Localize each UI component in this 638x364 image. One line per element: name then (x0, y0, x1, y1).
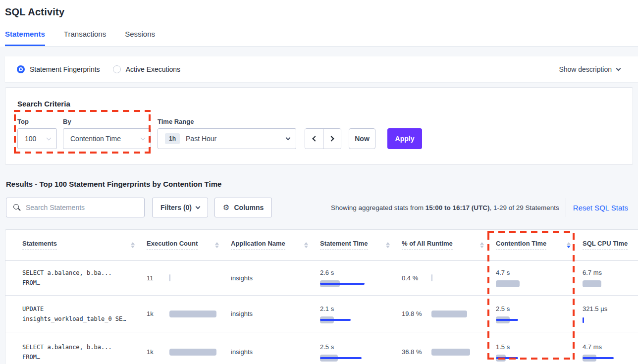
cell-contention-time: 1.5 s (491, 343, 578, 362)
chevron-down-icon (47, 135, 52, 140)
sort-desc-icon[interactable] (567, 242, 571, 248)
column-header-runtime-pct[interactable]: % of All Runtime (397, 240, 491, 250)
reset-sql-stats-link[interactable]: Reset SQL Stats (573, 204, 633, 212)
contention-time-bar (496, 316, 561, 323)
column-header-statement-time[interactable]: Statement Time (315, 240, 397, 250)
column-header-contention-time[interactable]: Contention Time (491, 240, 578, 250)
radio-selected-icon[interactable] (17, 65, 25, 73)
runtime-bar (431, 349, 470, 356)
view-mode-bar: Statement Fingerprints Active Executions… (5, 56, 638, 82)
tab-transactions[interactable]: Transactions (64, 30, 106, 46)
search-criteria-title: Search Criteria (17, 100, 621, 108)
search-input[interactable] (26, 204, 139, 211)
statement-time-bar (320, 316, 385, 323)
by-field: By Contention Time (63, 118, 158, 149)
table-header-row: Statements Execution Count Application N… (5, 230, 638, 260)
by-select[interactable]: Contention Time (63, 128, 151, 149)
cell-sql-cpu-time: 6.7 ms (578, 268, 638, 287)
cell-execution-count: 11 (142, 274, 226, 282)
column-header-sql-cpu-time[interactable]: SQL CPU Time (578, 240, 638, 250)
radio-statement-fingerprints[interactable]: Statement Fingerprints (17, 65, 100, 73)
top-select[interactable]: 100 (17, 128, 57, 149)
contention-time-bar (496, 355, 561, 362)
sort-icon[interactable] (131, 242, 135, 248)
cell-application-name: insights (226, 274, 315, 282)
cell-contention-time: 2.5 s (491, 305, 578, 323)
columns-button[interactable]: ⚙ Columns (214, 198, 272, 217)
runtime-bar (431, 274, 432, 281)
toolbar-divider (566, 198, 566, 217)
statement-fingerprint-link[interactable]: SELECT a.balance, b.ba... FROM… (5, 342, 142, 362)
next-range-button[interactable] (323, 129, 341, 149)
sort-icon[interactable] (215, 242, 219, 248)
execution-count-bar (169, 274, 170, 281)
radio-unselected-icon[interactable] (113, 65, 121, 73)
gear-icon: ⚙ (223, 203, 229, 212)
column-header-application-name[interactable]: Application Name (226, 240, 315, 250)
execution-count-bar (169, 349, 216, 356)
table-row: UPDATE insights_workload_table_0 SE… 1k … (5, 295, 638, 332)
sql-cpu-time-bar (583, 280, 638, 287)
sort-icon[interactable] (304, 242, 308, 248)
time-range-badge: 1h (165, 133, 180, 144)
column-header-execution-count[interactable]: Execution Count (142, 240, 226, 250)
statement-search-box[interactable] (6, 198, 145, 217)
sql-cpu-time-bar (583, 355, 638, 362)
cell-execution-count: 1k (142, 310, 226, 317)
tab-sessions[interactable]: Sessions (125, 30, 155, 46)
page-title: SQL Activity (5, 6, 638, 18)
cell-sql-cpu-time: 321.5 µs (578, 305, 638, 323)
tab-statements[interactable]: Statements (5, 30, 45, 46)
tab-bar: Statements Transactions Sessions (5, 30, 638, 47)
table-row: SELECT a.balance, b.ba... FROM… 11 insig… (5, 260, 638, 295)
cell-sql-cpu-time: 4.7 ms (578, 343, 638, 362)
cell-execution-count: 1k (142, 348, 226, 356)
table-row: SELECT a.balance, b.ba... FROM… 1k insig… (5, 332, 638, 364)
show-description-toggle[interactable]: Show description (559, 65, 620, 73)
sort-icon[interactable] (386, 242, 390, 248)
now-button[interactable]: Now (349, 128, 375, 149)
statement-fingerprint-link[interactable]: SELECT a.balance, b.ba... FROM… (5, 268, 142, 288)
chevron-left-icon (312, 136, 318, 141)
cell-statement-time: 2.6 s (315, 268, 397, 287)
statement-fingerprint-link[interactable]: UPDATE insights_workload_table_0 SE… (5, 304, 142, 324)
cell-statement-time: 2.1 s (315, 305, 397, 323)
radio-active-executions[interactable]: Active Executions (113, 65, 181, 73)
execution-count-bar (169, 311, 216, 317)
cell-application-name: insights (226, 348, 315, 356)
chevron-down-icon (286, 135, 291, 140)
cell-application-name: insights (226, 310, 315, 317)
top-field: Top 100 (17, 118, 63, 149)
statement-time-bar (320, 280, 385, 287)
column-header-statements[interactable]: Statements (5, 240, 142, 250)
cell-statement-time: 2.5 s (315, 343, 397, 362)
chevron-down-icon (141, 135, 146, 140)
aggregated-stats-status: Showing aggregated stats from 15:00 to 1… (331, 204, 559, 211)
chevron-right-icon (328, 136, 334, 141)
chevron-down-icon (196, 204, 201, 209)
sort-icon[interactable] (480, 242, 484, 248)
time-range-field: Time Range 1h Past Hour (158, 118, 305, 149)
filters-button[interactable]: Filters (0) (152, 198, 208, 217)
apply-button[interactable]: Apply (387, 128, 422, 149)
cell-runtime-pct: 19.8 % (397, 310, 491, 318)
time-range-select[interactable]: 1h Past Hour (158, 128, 296, 149)
results-toolbar: Filters (0) ⚙ Columns Showing aggregated… (6, 198, 633, 217)
chevron-down-icon (616, 66, 621, 71)
time-nav-group (305, 128, 341, 149)
contention-time-bar (496, 280, 561, 287)
previous-range-button[interactable] (305, 129, 323, 149)
cell-runtime-pct: 36.8 % (397, 348, 491, 356)
search-icon (13, 204, 21, 211)
search-criteria-card: Search Criteria Top 100 By Contention Ti… (5, 87, 633, 165)
cell-runtime-pct: 0.4 % (397, 274, 491, 282)
sql-cpu-time-bar (583, 316, 638, 323)
criteria-row: Top 100 By Contention Time Time Range 1h… (17, 118, 621, 149)
view-radio-group: Statement Fingerprints Active Executions (17, 65, 180, 73)
page-header: SQL Activity Statements Transactions Ses… (0, 0, 638, 47)
cell-contention-time: 4.7 s (491, 268, 578, 287)
results-heading: Results - Top 100 Statement Fingerprints… (6, 180, 638, 188)
statements-table: Statements Execution Count Application N… (5, 229, 638, 364)
statement-time-bar (320, 355, 385, 362)
runtime-bar (431, 311, 467, 317)
